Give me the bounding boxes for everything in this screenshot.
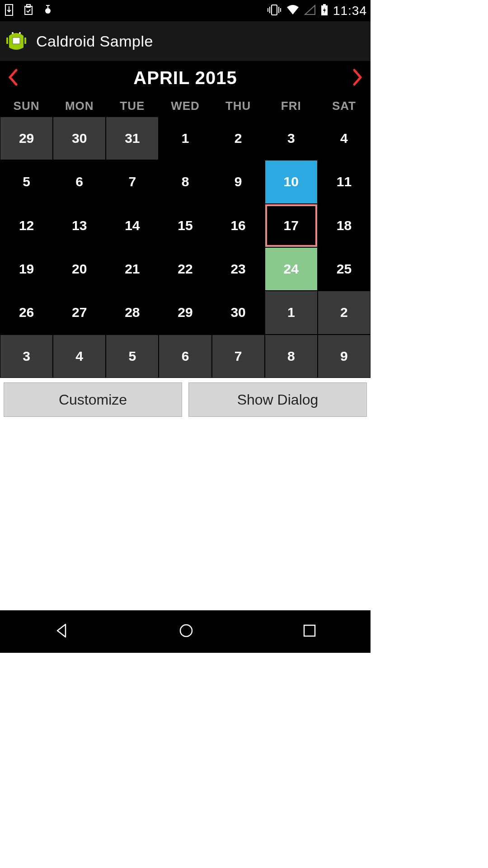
weekday-label: MON xyxy=(53,99,106,113)
battery-charging-icon xyxy=(320,4,328,18)
day-cell[interactable]: 31 xyxy=(106,117,158,160)
day-cell[interactable]: 24 xyxy=(265,248,317,290)
day-cell[interactable]: 6 xyxy=(159,335,211,377)
app-bar: Caldroid Sample xyxy=(0,21,371,61)
svg-point-6 xyxy=(19,32,21,34)
svg-point-7 xyxy=(180,625,192,637)
cell-signal-icon xyxy=(304,5,316,17)
day-cell[interactable]: 18 xyxy=(318,204,370,247)
app-icon xyxy=(5,28,27,54)
weekday-row: SUN MON TUE WED THU FRI SAT xyxy=(0,95,371,117)
day-cell[interactable]: 10 xyxy=(265,160,317,203)
day-cell[interactable]: 7 xyxy=(212,335,264,377)
day-cell[interactable]: 26 xyxy=(0,291,52,334)
day-cell[interactable]: 19 xyxy=(0,248,52,290)
back-button[interactable] xyxy=(53,622,71,642)
app-title: Caldroid Sample xyxy=(36,33,153,50)
android-debug-icon xyxy=(42,4,53,18)
prev-month-button[interactable] xyxy=(7,68,19,88)
weekday-label: SAT xyxy=(318,99,371,113)
day-cell[interactable]: 5 xyxy=(106,335,158,377)
day-cell[interactable]: 20 xyxy=(53,248,105,290)
weekday-label: FRI xyxy=(265,99,318,113)
day-cell[interactable]: 2 xyxy=(318,291,370,334)
day-cell[interactable]: 2 xyxy=(212,117,264,160)
day-cell[interactable]: 8 xyxy=(265,335,317,377)
month-label: APRIL 2015 xyxy=(133,68,237,88)
day-cell[interactable]: 9 xyxy=(212,160,264,203)
day-cell[interactable]: 23 xyxy=(212,248,264,290)
day-cell[interactable]: 30 xyxy=(212,291,264,334)
weekday-label: WED xyxy=(159,99,211,113)
day-cell[interactable]: 3 xyxy=(0,335,52,377)
day-cell[interactable]: 29 xyxy=(0,117,52,160)
status-clock: 11:34 xyxy=(333,4,367,18)
status-bar: 11:34 xyxy=(0,0,371,21)
day-cell[interactable]: 3 xyxy=(265,117,317,160)
day-cell[interactable]: 16 xyxy=(212,204,264,247)
day-cell[interactable]: 1 xyxy=(159,117,211,160)
svg-rect-4 xyxy=(13,38,20,44)
next-month-button[interactable] xyxy=(352,68,363,88)
day-cell[interactable]: 5 xyxy=(0,160,52,203)
weekday-label: TUE xyxy=(106,99,159,113)
day-cell[interactable]: 4 xyxy=(53,335,105,377)
svg-rect-3 xyxy=(323,4,326,5)
weekday-label: SUN xyxy=(0,99,53,113)
day-cell[interactable]: 30 xyxy=(53,117,105,160)
day-cell[interactable]: 1 xyxy=(265,291,317,334)
vibrate-icon xyxy=(267,4,282,18)
day-cell[interactable]: 8 xyxy=(159,160,211,203)
recent-apps-button[interactable] xyxy=(301,623,318,641)
day-cell[interactable]: 28 xyxy=(106,291,158,334)
customize-button[interactable]: Customize xyxy=(4,382,182,417)
day-cell[interactable]: 15 xyxy=(159,204,211,247)
download-icon xyxy=(4,4,14,18)
day-cell[interactable]: 14 xyxy=(106,204,158,247)
month-nav: APRIL 2015 xyxy=(0,61,371,95)
wifi-icon xyxy=(286,5,300,17)
day-cell[interactable]: 12 xyxy=(0,204,52,247)
svg-rect-1 xyxy=(272,5,277,15)
buttons-row: Customize Show Dialog xyxy=(0,378,371,421)
system-nav-bar xyxy=(0,610,371,653)
day-cell[interactable]: 21 xyxy=(106,248,158,290)
day-cell[interactable]: 4 xyxy=(318,117,370,160)
day-cell[interactable]: 17 xyxy=(265,204,317,247)
day-cell[interactable]: 27 xyxy=(53,291,105,334)
day-cell[interactable]: 13 xyxy=(53,204,105,247)
svg-point-5 xyxy=(12,32,14,34)
day-cell[interactable]: 6 xyxy=(53,160,105,203)
day-cell[interactable]: 7 xyxy=(106,160,158,203)
home-button[interactable] xyxy=(177,622,195,642)
show-dialog-button[interactable]: Show Dialog xyxy=(188,382,367,417)
calendar-grid: 2930311234567891011121314151617181920212… xyxy=(0,117,371,378)
day-cell[interactable]: 22 xyxy=(159,248,211,290)
svg-point-0 xyxy=(45,8,51,14)
svg-rect-8 xyxy=(304,625,315,636)
day-cell[interactable]: 25 xyxy=(318,248,370,290)
clipboard-check-icon xyxy=(23,4,34,18)
day-cell[interactable]: 9 xyxy=(318,335,370,377)
weekday-label: THU xyxy=(212,99,265,113)
day-cell[interactable]: 11 xyxy=(318,160,370,203)
day-cell[interactable]: 29 xyxy=(159,291,211,334)
